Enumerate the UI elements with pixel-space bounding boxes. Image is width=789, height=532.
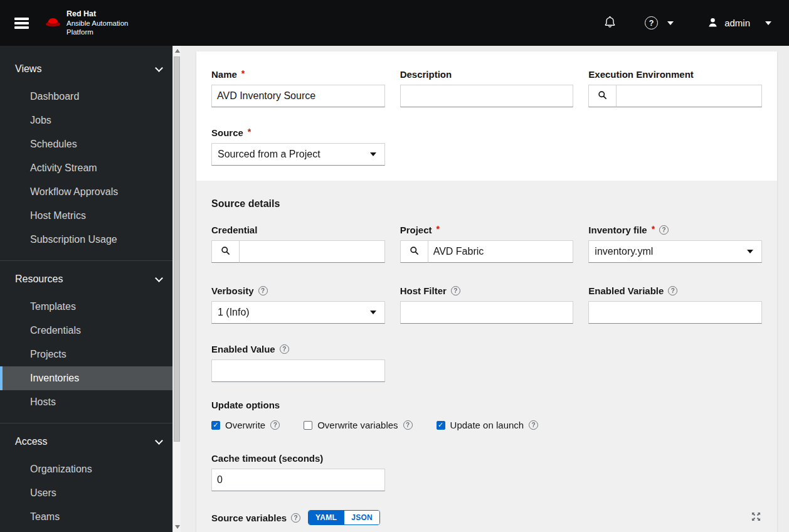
host-filter-field: Host Filter ? (400, 285, 574, 324)
sidebar-item-workflow-approvals[interactable]: Workflow Approvals (0, 180, 181, 204)
sidebar-item-credentials[interactable]: Credentials (0, 319, 181, 343)
inventory-file-field: Inventory file * ? inventory.yml (588, 225, 762, 263)
chevron-down-icon (370, 152, 376, 156)
source-variables-format-toggle: YAML JSON (308, 510, 380, 525)
nav-section-toggle-resources[interactable]: Resources (0, 269, 181, 290)
nav-section-toggle-access[interactable]: Access (0, 431, 181, 452)
update-on-launch-checkbox[interactable]: ✓ (437, 421, 445, 430)
enabled-variable-label-row: Enabled Variable ? (588, 285, 762, 296)
sidebar-item-schedules[interactable]: Schedules (0, 132, 181, 156)
cache-timeout-label: Cache timeout (seconds) (211, 453, 323, 464)
project-label: Project (400, 225, 432, 235)
chevron-down-icon (155, 437, 163, 445)
credential-input[interactable] (240, 240, 385, 263)
inventory-file-select-value: inventory.yml (595, 246, 653, 257)
inventory-file-label: Inventory file (588, 225, 647, 235)
inventory-source-form-card: Name * Description Execution Environment (196, 51, 777, 532)
bell-icon (604, 16, 616, 30)
sidebar-item-subscription-usage[interactable]: Subscription Usage (0, 228, 181, 252)
nav-section-toggle-views[interactable]: Views (0, 58, 181, 80)
source-field: Source * Sourced from a Project (211, 127, 385, 166)
sidebar-scrollbar[interactable] (172, 46, 181, 532)
credential-search-button[interactable] (211, 240, 240, 263)
help-icon[interactable]: ? (529, 420, 538, 430)
product-name-line1: Ansible Automation (66, 19, 128, 28)
execution-environment-label: Execution Environment (588, 69, 694, 80)
yaml-toggle-button[interactable]: YAML (309, 511, 344, 524)
description-label: Description (400, 69, 452, 80)
cache-timeout-input[interactable] (211, 469, 385, 491)
question-circle-icon: ? (645, 16, 658, 29)
overwrite-checkbox[interactable]: ✓ (211, 421, 220, 430)
scrollbar-thumb[interactable] (174, 56, 180, 442)
help-icon[interactable]: ? (258, 286, 268, 295)
sidebar-item-jobs[interactable]: Jobs (0, 109, 181, 132)
nav-toggle-button[interactable] (14, 16, 29, 31)
sidebar-item-hosts[interactable]: Hosts (0, 390, 181, 414)
scrollbar-up-arrow-icon[interactable] (175, 49, 180, 53)
sidebar-item-teams[interactable]: Teams (0, 505, 181, 529)
chevron-down-icon (370, 311, 376, 314)
name-input[interactable] (211, 85, 385, 107)
overwrite-checkbox-label: Overwrite (225, 420, 265, 430)
inventory-file-select[interactable]: inventory.yml (588, 240, 762, 263)
sidebar-item-host-metrics[interactable]: Host Metrics (0, 204, 181, 228)
credential-label: Credential (211, 225, 257, 235)
source-select-value: Sourced from a Project (218, 149, 320, 160)
enabled-value-label: Enabled Value (211, 344, 275, 354)
help-icon[interactable]: ? (280, 344, 289, 354)
sidebar-item-activity-stream[interactable]: Activity Stream (0, 156, 181, 180)
sidebar-item-users[interactable]: Users (0, 481, 181, 505)
update-on-launch-option: ✓ Update on launch ? (437, 420, 539, 430)
overwrite-option: ✓ Overwrite ? (211, 420, 280, 430)
search-icon (410, 246, 419, 257)
editor-expand-button[interactable] (750, 511, 762, 525)
sidebar-item-projects[interactable]: Projects (0, 343, 181, 366)
help-menu-button[interactable]: ? (645, 16, 674, 29)
user-menu-button[interactable]: admin (707, 17, 771, 29)
help-icon[interactable]: ? (659, 225, 669, 235)
chevron-down-icon (747, 250, 753, 253)
execution-environment-search-button[interactable] (588, 85, 617, 107)
product-name-line2: Platform (66, 28, 128, 36)
nav-section-views: Views Dashboard Jobs Schedules Activity … (0, 58, 181, 252)
json-toggle-button[interactable]: JSON (344, 511, 379, 524)
source-variables-label: Source variables (211, 513, 287, 523)
host-filter-label-row: Host Filter ? (400, 285, 574, 296)
brand-name: Red Hat (66, 9, 128, 19)
help-icon[interactable]: ? (291, 513, 300, 523)
enabled-value-input[interactable] (211, 359, 385, 382)
expand-arrows-icon (751, 512, 761, 524)
verbosity-label: Verbosity (211, 285, 254, 296)
description-input[interactable] (400, 85, 574, 107)
help-icon[interactable]: ? (403, 420, 413, 430)
help-icon[interactable]: ? (270, 420, 280, 430)
verbosity-label-row: Verbosity ? (211, 285, 385, 296)
help-icon[interactable]: ? (668, 286, 677, 295)
sidebar-item-dashboard[interactable]: Dashboard (0, 85, 181, 109)
update-options-heading: Update options (211, 400, 762, 410)
verbosity-select[interactable]: 1 (Info) (211, 301, 385, 324)
project-input[interactable] (428, 240, 574, 263)
nav-section-access: Access Organizations Users Teams (0, 423, 181, 529)
sidebar-item-templates[interactable]: Templates (0, 295, 181, 319)
sidebar-item-organizations[interactable]: Organizations (0, 457, 181, 481)
source-variables-row: Source variables ? YAML JSON (211, 510, 762, 525)
scrollbar-down-arrow-icon[interactable] (175, 525, 180, 529)
host-filter-label: Host Filter (400, 285, 447, 296)
notifications-button[interactable] (604, 16, 616, 30)
sidebar-item-inventories[interactable]: Inventories (0, 366, 181, 390)
project-search-button[interactable] (400, 240, 428, 263)
overwrite-variables-checkbox[interactable] (304, 421, 312, 430)
help-icon[interactable]: ? (451, 286, 460, 295)
host-filter-input[interactable] (400, 301, 574, 324)
enabled-variable-field: Enabled Variable ? (588, 285, 762, 324)
source-details-section: Source details Credential (196, 181, 777, 532)
enabled-variable-input[interactable] (588, 301, 762, 324)
chevron-down-icon (155, 274, 163, 282)
verbosity-field: Verbosity ? 1 (Info) (211, 285, 385, 324)
source-select[interactable]: Sourced from a Project (211, 143, 385, 166)
execution-environment-input[interactable] (617, 85, 762, 107)
main-content: Name * Description Execution Environment (181, 46, 789, 532)
credential-label-row: Credential (211, 225, 385, 235)
